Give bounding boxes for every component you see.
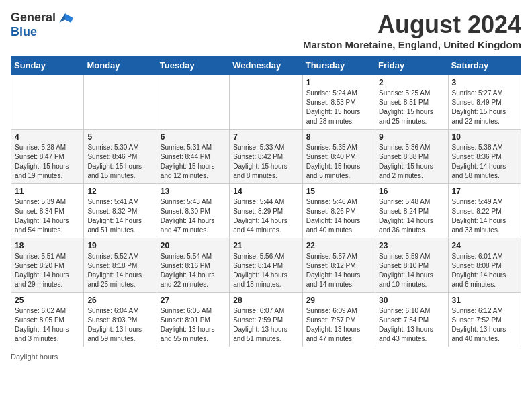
day-info: Sunrise: 6:01 AM Sunset: 8:08 PM Dayligh… — [452, 252, 517, 289]
day-info: Sunrise: 6:05 AM Sunset: 8:01 PM Dayligh… — [161, 306, 226, 344]
day-number: 10 — [452, 132, 517, 142]
calendar-cell: 22Sunrise: 5:57 AM Sunset: 8:12 PM Dayli… — [302, 238, 375, 293]
weekday-sunday: Sunday — [11, 56, 84, 75]
week-row-1: 1Sunrise: 5:24 AM Sunset: 8:53 PM Daylig… — [11, 75, 521, 130]
day-number: 27 — [161, 295, 226, 305]
weekday-friday: Friday — [375, 56, 448, 75]
week-row-5: 25Sunrise: 6:02 AM Sunset: 8:05 PM Dayli… — [11, 293, 521, 347]
calendar-cell: 27Sunrise: 6:05 AM Sunset: 8:01 PM Dayli… — [157, 293, 229, 347]
week-row-3: 11Sunrise: 5:39 AM Sunset: 8:34 PM Dayli… — [11, 184, 521, 238]
day-info: Sunrise: 5:33 AM Sunset: 8:42 PM Dayligh… — [233, 143, 298, 181]
calendar-cell: 29Sunrise: 6:09 AM Sunset: 7:57 PM Dayli… — [302, 293, 375, 347]
day-number: 30 — [379, 295, 444, 305]
day-number: 26 — [87, 295, 152, 305]
day-info: Sunrise: 6:10 AM Sunset: 7:54 PM Dayligh… — [379, 306, 444, 344]
day-number: 14 — [233, 187, 298, 196]
calendar-cell: 23Sunrise: 5:59 AM Sunset: 8:10 PM Dayli… — [375, 238, 448, 293]
day-info: Sunrise: 5:48 AM Sunset: 8:24 PM Dayligh… — [379, 197, 444, 235]
day-number: 15 — [306, 187, 371, 196]
calendar-cell: 28Sunrise: 6:07 AM Sunset: 7:59 PM Dayli… — [230, 293, 302, 347]
day-number: 9 — [379, 132, 444, 142]
day-number: 12 — [87, 187, 152, 196]
logo-bird-icon — [57, 12, 73, 24]
day-info: Sunrise: 6:02 AM Sunset: 8:05 PM Dayligh… — [15, 306, 80, 344]
calendar-cell — [230, 75, 302, 130]
week-row-2: 4Sunrise: 5:28 AM Sunset: 8:47 PM Daylig… — [11, 130, 521, 184]
logo-general-text: General — [11, 11, 56, 25]
calendar-cell: 1Sunrise: 5:24 AM Sunset: 8:53 PM Daylig… — [302, 75, 375, 130]
day-info: Sunrise: 5:24 AM Sunset: 8:53 PM Dayligh… — [306, 89, 371, 126]
day-number: 11 — [15, 187, 80, 196]
title-block: August 2024 Marston Moretaine, England, … — [303, 11, 521, 50]
day-info: Sunrise: 5:39 AM Sunset: 8:34 PM Dayligh… — [15, 197, 80, 235]
day-info: Sunrise: 5:52 AM Sunset: 8:18 PM Dayligh… — [87, 252, 152, 289]
calendar-cell: 8Sunrise: 5:35 AM Sunset: 8:40 PM Daylig… — [302, 130, 375, 184]
daylight-label: Daylight hours — [11, 353, 58, 361]
day-number: 5 — [87, 132, 152, 142]
day-number: 8 — [306, 132, 371, 142]
footer: Daylight hours — [11, 353, 521, 361]
day-number: 18 — [15, 241, 80, 250]
calendar-cell — [11, 75, 84, 130]
day-number: 1 — [306, 78, 371, 87]
calendar-cell: 21Sunrise: 5:56 AM Sunset: 8:14 PM Dayli… — [230, 238, 302, 293]
day-info: Sunrise: 6:07 AM Sunset: 7:59 PM Dayligh… — [233, 306, 298, 344]
day-number: 23 — [379, 241, 444, 250]
day-info: Sunrise: 5:43 AM Sunset: 8:30 PM Dayligh… — [161, 197, 226, 235]
calendar-cell: 11Sunrise: 5:39 AM Sunset: 8:34 PM Dayli… — [11, 184, 84, 238]
calendar-cell: 13Sunrise: 5:43 AM Sunset: 8:30 PM Dayli… — [157, 184, 229, 238]
day-number: 13 — [161, 187, 226, 196]
day-info: Sunrise: 5:36 AM Sunset: 8:38 PM Dayligh… — [379, 143, 444, 181]
calendar-cell: 7Sunrise: 5:33 AM Sunset: 8:42 PM Daylig… — [230, 130, 302, 184]
location-title: Marston Moretaine, England, United Kingd… — [303, 39, 521, 50]
weekday-wednesday: Wednesday — [230, 56, 302, 75]
day-number: 20 — [161, 241, 226, 250]
calendar-cell: 9Sunrise: 5:36 AM Sunset: 8:38 PM Daylig… — [375, 130, 448, 184]
calendar-cell: 30Sunrise: 6:10 AM Sunset: 7:54 PM Dayli… — [375, 293, 448, 347]
calendar-cell: 20Sunrise: 5:54 AM Sunset: 8:16 PM Dayli… — [157, 238, 229, 293]
day-info: Sunrise: 5:28 AM Sunset: 8:47 PM Dayligh… — [15, 143, 80, 181]
weekday-thursday: Thursday — [302, 56, 375, 75]
calendar-cell: 19Sunrise: 5:52 AM Sunset: 8:18 PM Dayli… — [84, 238, 157, 293]
day-number: 17 — [452, 187, 517, 196]
weekday-monday: Monday — [84, 56, 157, 75]
day-info: Sunrise: 6:04 AM Sunset: 8:03 PM Dayligh… — [87, 306, 152, 344]
calendar-cell: 6Sunrise: 5:31 AM Sunset: 8:44 PM Daylig… — [157, 130, 229, 184]
svg-marker-1 — [65, 13, 73, 23]
weekday-tuesday: Tuesday — [157, 56, 229, 75]
day-info: Sunrise: 5:54 AM Sunset: 8:16 PM Dayligh… — [161, 252, 226, 289]
day-info: Sunrise: 5:44 AM Sunset: 8:29 PM Dayligh… — [233, 197, 298, 235]
day-info: Sunrise: 5:51 AM Sunset: 8:20 PM Dayligh… — [15, 252, 80, 289]
calendar-cell: 12Sunrise: 5:41 AM Sunset: 8:32 PM Dayli… — [84, 184, 157, 238]
day-number: 3 — [452, 78, 517, 87]
day-info: Sunrise: 6:09 AM Sunset: 7:57 PM Dayligh… — [306, 306, 371, 344]
day-info: Sunrise: 5:41 AM Sunset: 8:32 PM Dayligh… — [87, 197, 152, 235]
day-info: Sunrise: 5:46 AM Sunset: 8:26 PM Dayligh… — [306, 197, 371, 235]
day-number: 31 — [452, 295, 517, 305]
page-header: General Blue August 2024 Marston Moretai… — [11, 11, 521, 50]
calendar-cell: 16Sunrise: 5:48 AM Sunset: 8:24 PM Dayli… — [375, 184, 448, 238]
calendar-cell: 17Sunrise: 5:49 AM Sunset: 8:22 PM Dayli… — [448, 184, 521, 238]
logo-blue-text: Blue — [11, 25, 37, 39]
day-info: Sunrise: 5:57 AM Sunset: 8:12 PM Dayligh… — [306, 252, 371, 289]
day-info: Sunrise: 5:31 AM Sunset: 8:44 PM Dayligh… — [161, 143, 226, 181]
calendar-cell: 4Sunrise: 5:28 AM Sunset: 8:47 PM Daylig… — [11, 130, 84, 184]
weekday-saturday: Saturday — [448, 56, 521, 75]
day-info: Sunrise: 5:35 AM Sunset: 8:40 PM Dayligh… — [306, 143, 371, 181]
day-info: Sunrise: 5:30 AM Sunset: 8:46 PM Dayligh… — [87, 143, 152, 181]
calendar-cell: 2Sunrise: 5:25 AM Sunset: 8:51 PM Daylig… — [375, 75, 448, 130]
calendar-cell — [84, 75, 157, 130]
day-number: 6 — [161, 132, 226, 142]
day-info: Sunrise: 6:12 AM Sunset: 7:52 PM Dayligh… — [452, 306, 517, 344]
logo: General Blue — [11, 11, 73, 39]
day-info: Sunrise: 5:49 AM Sunset: 8:22 PM Dayligh… — [452, 197, 517, 235]
month-title: August 2024 — [303, 11, 521, 39]
day-number: 28 — [233, 295, 298, 305]
day-info: Sunrise: 5:25 AM Sunset: 8:51 PM Dayligh… — [379, 89, 444, 126]
week-row-4: 18Sunrise: 5:51 AM Sunset: 8:20 PM Dayli… — [11, 238, 521, 293]
day-number: 29 — [306, 295, 371, 305]
day-number: 25 — [15, 295, 80, 305]
calendar-cell: 24Sunrise: 6:01 AM Sunset: 8:08 PM Dayli… — [448, 238, 521, 293]
day-info: Sunrise: 5:38 AM Sunset: 8:36 PM Dayligh… — [452, 143, 517, 181]
calendar-cell: 18Sunrise: 5:51 AM Sunset: 8:20 PM Dayli… — [11, 238, 84, 293]
